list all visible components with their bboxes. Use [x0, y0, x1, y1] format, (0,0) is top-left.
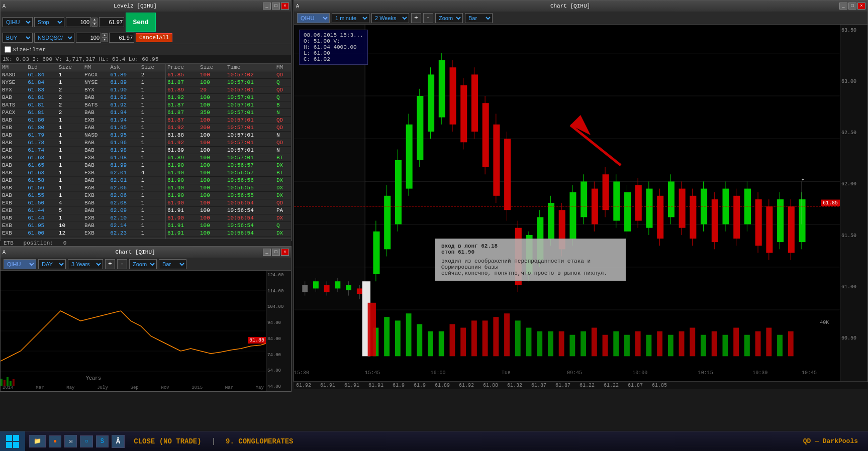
x-label-may2: May — [256, 385, 264, 390]
taskbar-app-chrome[interactable]: ● — [49, 435, 61, 447]
svg-text:10:15: 10:15 — [698, 370, 713, 376]
bid-ask-row[interactable]: BAB 61.65 1 BAB 61.99 1 — [1, 162, 165, 169]
taskbar-app-ann[interactable]: Â — [112, 435, 125, 448]
price2-input[interactable]: 61.97 — [109, 33, 134, 43]
bid-ask-row[interactable]: EXB 61.50 4 BAB 62.08 1 — [1, 199, 165, 207]
level2-maximize[interactable]: □ — [272, 3, 280, 10]
chart-small-zoom[interactable]: Zoom — [129, 259, 157, 269]
bid-ask-row[interactable]: BAB 61.63 1 EXB 62.01 4 — [1, 169, 165, 177]
bid-ask-row[interactable]: BAB 61.78 1 BAB 61.96 1 — [1, 139, 165, 147]
bid-ask-table: MM Bid Size MM Ask Size NASD 61.84 1 PAC… — [1, 64, 165, 239]
svg-rect-128 — [526, 328, 532, 357]
qty1-up[interactable]: ▲ — [91, 18, 98, 22]
bid-ask-row[interactable]: BAB 61.55 1 EXB 62.06 1 — [1, 192, 165, 199]
chart-main-zoom-in[interactable]: + — [411, 13, 421, 23]
qty2-input[interactable]: 100 — [76, 33, 101, 43]
qty2-down[interactable]: ▼ — [102, 38, 108, 42]
chart-small-close[interactable]: × — [281, 249, 289, 256]
svg-rect-134 — [368, 303, 376, 357]
bid-ask-row[interactable]: BAB 61.56 1 BAB 62.06 1 — [1, 184, 165, 192]
level2-minimize[interactable]: _ — [263, 3, 271, 10]
bid-ask-row[interactable]: NYSE 61.84 1 NYSE 61.89 1 — [1, 79, 165, 86]
taskbar-app-skype[interactable]: S — [96, 435, 109, 447]
svg-text:15:30: 15:30 — [294, 370, 309, 376]
qty1-spinner[interactable]: ▲ ▼ — [91, 18, 98, 27]
chart-main-minimize[interactable]: _ — [839, 3, 847, 10]
svg-rect-136 — [592, 328, 597, 357]
chart-small-maximize[interactable]: □ — [272, 249, 280, 256]
bid-ask-row[interactable]: BAB 61.79 1 NASD 61.95 1 — [1, 132, 165, 139]
price1-input[interactable]: 61.97 — [99, 17, 124, 27]
svg-rect-170 — [13, 435, 19, 441]
bid-ask-row[interactable]: BYX 61.83 2 BYX 61.90 1 — [1, 86, 165, 94]
chart-small-minimize[interactable]: _ — [263, 249, 271, 256]
svg-rect-34 — [373, 232, 379, 274]
chart-small-zoom-in[interactable]: + — [105, 259, 115, 269]
chart-main-zoom-out[interactable]: - — [423, 13, 433, 23]
bid-ask-row[interactable]: EAB 61.74 1 BAB 61.98 1 — [1, 147, 165, 154]
svg-rect-66 — [548, 203, 554, 239]
col-mm2: MM — [83, 64, 109, 71]
ticker-tape: CLOSE (NO TRADE) | 9. CONGLOMERATES — [129, 437, 793, 445]
bid-ask-row[interactable]: BAB 61.58 1 BAB 62.01 1 — [1, 177, 165, 184]
chart-main-interval[interactable]: 1 minute — [332, 13, 369, 23]
taskbar-apps: 📁 ● ✉ ○ S Â — [25, 435, 129, 448]
bid-ask-row[interactable]: BAB 61.80 1 EXB 61.94 1 — [1, 117, 165, 124]
tooltip-high: H: 61.04 4000.00 — [304, 44, 363, 50]
position-label: ETB — [4, 240, 14, 246]
chart-main-window: A Chart [QIHU] _ □ × QIHU 1 minute 2 Wee… — [294, 0, 868, 382]
chart-small-canvas: 51.85 Years 2014 Mar May July Sep Nov 20… — [1, 271, 266, 391]
bid-ask-row[interactable]: BAB 61.68 1 EXB 61.98 1 — [1, 154, 165, 162]
level2-window: A Level2 [QIHU] _ □ × QIHU Stop 100 ▲ ▼ … — [0, 0, 292, 241]
bid-ask-row[interactable]: PACX 61.81 2 BAB 61.94 1 — [1, 109, 165, 117]
bid-ask-row[interactable]: EXB 61.44 5 BAB 62.09 1 — [1, 207, 165, 214]
bottom-price-strip: 61.92 61.91 61.91 61.91 61.9 61.9 61.89 … — [294, 381, 867, 389]
qty2-spinner[interactable]: ▲ ▼ — [102, 33, 108, 42]
chart-small-period[interactable]: 3 Years — [68, 259, 103, 269]
svg-rect-142 — [657, 331, 662, 357]
x-label-2015: 2015 — [191, 385, 203, 390]
bid-ask-row[interactable]: NASD 61.84 1 PACX 61.89 2 — [1, 71, 165, 79]
ts-col-mm: MM — [275, 64, 291, 71]
taskbar-app-messenger[interactable]: ✉ — [64, 435, 77, 447]
ticker-dropdown[interactable]: QIHU — [3, 17, 33, 27]
chart-main-type[interactable]: Bar — [465, 13, 493, 23]
chart-small-content: 51.85 Years 2014 Mar May July Sep Nov 20… — [1, 271, 291, 391]
side-dropdown[interactable]: BUY — [3, 33, 33, 43]
qty1-down[interactable]: ▼ — [91, 22, 98, 27]
taskbar-app-filemanager[interactable]: 📁 — [29, 435, 46, 447]
chart-small-ticker[interactable]: QIHU — [4, 259, 36, 269]
start-button[interactable] — [0, 431, 25, 452]
chart-small-app-icon: A — [3, 250, 6, 255]
chart-small-zoom-out[interactable]: - — [117, 259, 127, 269]
cancel-all-button[interactable]: CancelAll — [136, 33, 172, 42]
chart-main-maximize[interactable]: □ — [848, 3, 856, 10]
chart-main-controls: _ □ × — [839, 3, 865, 10]
svg-rect-72 — [581, 181, 587, 217]
bid-ask-row[interactable]: BAB 61.44 1 EXB 62.10 1 — [1, 214, 165, 222]
bid-ask-row[interactable]: EXB 60.95 2 EXB 62.30 11 — [1, 237, 165, 239]
bid-ask-row[interactable]: EXB 61.80 1 EAB 61.95 1 — [1, 124, 165, 132]
size-filter-checkbox[interactable] — [5, 46, 11, 53]
level2-close[interactable]: × — [281, 3, 289, 10]
svg-rect-132 — [569, 335, 575, 357]
taskbar-app-search[interactable]: ○ — [80, 435, 92, 447]
chart-small-interval[interactable]: DAY — [38, 259, 66, 269]
chart-main-period[interactable]: 2 Weeks — [371, 13, 409, 23]
bid-ask-row[interactable]: BAB 61.81 2 BAB 61.92 1 — [1, 94, 165, 101]
chart-small-type[interactable]: Bar — [159, 259, 186, 269]
y-6050: 60.50 — [841, 335, 866, 341]
chart-main-close[interactable]: × — [857, 3, 865, 10]
svg-rect-28 — [335, 281, 340, 288]
order-type-dropdown[interactable]: Stop — [34, 17, 64, 27]
exchange-dropdown[interactable]: NSDQSC/ — [34, 33, 74, 43]
chart-main-zoom[interactable]: Zoom — [435, 13, 463, 23]
qty1-input[interactable]: 100 — [66, 17, 91, 27]
chart-main-ticker[interactable]: QIHU — [297, 13, 330, 23]
bid-ask-row[interactable]: BATS 61.81 2 BATS 61.92 1 — [1, 101, 165, 109]
qty2-up[interactable]: ▲ — [102, 33, 108, 38]
bid-ask-row[interactable]: EXB 61.00 12 EXB 62.23 1 — [1, 230, 165, 237]
bid-ask-row[interactable]: EXB 61.05 10 BAB 62.14 1 — [1, 222, 165, 230]
send-button[interactable]: Send — [126, 13, 156, 32]
ts-row: 61.90 100 10:56:54 QD — [166, 199, 291, 207]
